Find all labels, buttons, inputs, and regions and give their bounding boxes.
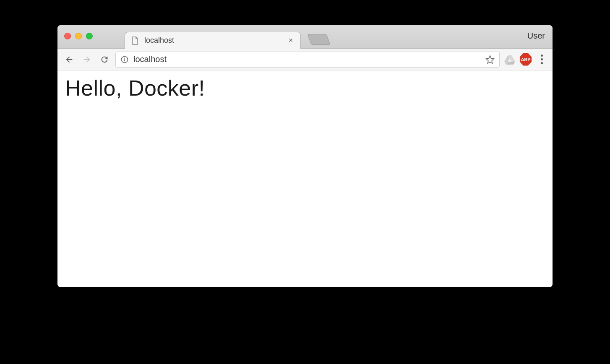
dot-icon [541,58,543,60]
svg-point-1 [124,57,125,58]
adblock-plus-icon[interactable]: ABP [520,54,532,65]
toolbar: ABP [57,49,553,70]
back-button[interactable] [63,53,76,66]
browser-window: localhost × User ABP [57,25,553,287]
reload-button[interactable] [98,53,111,66]
file-icon [131,36,139,45]
window-controls [64,33,93,39]
page-heading: Hello, Docker! [65,75,545,101]
minimize-window-button[interactable] [75,33,82,39]
google-drive-icon[interactable] [504,54,516,65]
dot-icon [541,62,543,64]
kebab-menu-button[interactable] [536,54,547,65]
tab-bar: localhost × User [57,25,553,49]
maximize-window-button[interactable] [86,33,93,39]
abp-badge-text: ABP [520,53,532,66]
browser-tab[interactable]: localhost × [125,32,301,49]
forward-button[interactable] [80,53,94,66]
svg-rect-2 [124,59,125,61]
page-content: Hello, Docker! [57,70,553,287]
url-input[interactable] [133,55,481,64]
address-bar[interactable] [115,52,500,68]
new-tab-button[interactable] [307,34,330,45]
bookmark-star-icon[interactable] [485,55,495,65]
dot-icon [541,55,543,57]
info-icon[interactable] [120,55,129,64]
tab-title: localhost [144,36,282,45]
close-tab-button[interactable]: × [287,37,295,44]
profile-label[interactable]: User [527,31,545,41]
close-window-button[interactable] [64,33,71,39]
